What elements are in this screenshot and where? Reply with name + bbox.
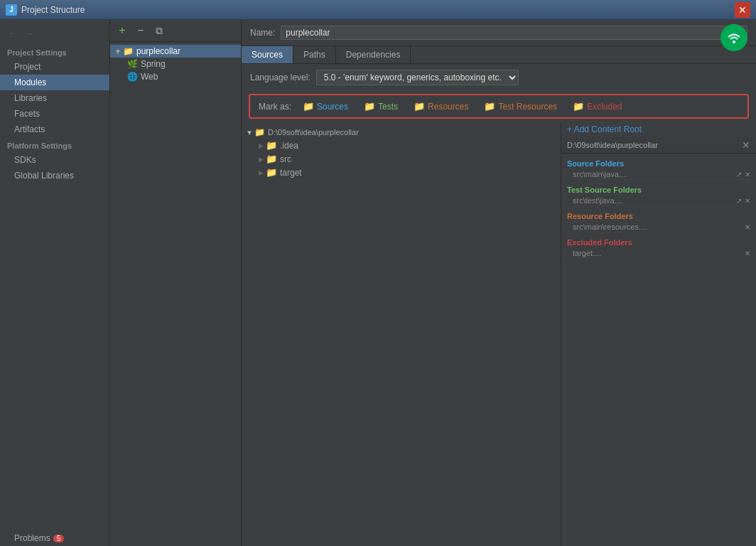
resources-folder-icon: 📁 xyxy=(414,101,425,112)
add-content-root-button[interactable]: + Add Content Root xyxy=(567,124,642,134)
forward-button[interactable]: → xyxy=(21,26,37,41)
language-level-label: Language level: xyxy=(250,73,310,82)
idea-folder-icon: 📁 xyxy=(266,140,277,151)
resource-folders-title: Resource Folders xyxy=(567,212,750,220)
source-folders-title: Source Folders xyxy=(567,159,750,168)
name-label: Name: xyxy=(250,28,275,38)
test-resources-folder-icon: 📁 xyxy=(484,101,495,112)
source-entry-actions: ↗ ✕ xyxy=(736,171,750,178)
src-folder-icon: 📁 xyxy=(266,154,277,164)
module-tree-area: + − ⧉ ▼ 📁 purplecollar 🌿 Spring 🌐 Web xyxy=(110,20,242,546)
spring-icon: 🌿 xyxy=(127,59,138,69)
test-source-folders-section: Test Source Folders src\test\java.... ↗ … xyxy=(561,183,756,209)
title-bar: J Project Structure ✕ xyxy=(0,0,756,20)
add-module-button[interactable]: + xyxy=(114,23,130,38)
mark-excluded-button[interactable]: 📁 Excluded xyxy=(568,100,626,113)
target-arrow: ▶ xyxy=(256,168,266,178)
content-root-close-button[interactable]: ✕ xyxy=(742,139,750,151)
excluded-folder-entry: target.... ✕ xyxy=(567,248,750,259)
close-button[interactable]: ✕ xyxy=(735,2,750,18)
content-split: ▼ 📁 D:\09soft\idea\purplecollar ▶ 📁 .ide… xyxy=(242,122,756,546)
sources-folder-icon: 📁 xyxy=(303,101,314,112)
test-navigate-button[interactable]: ↗ xyxy=(736,197,742,205)
excluded-folder-icon: 📁 xyxy=(573,101,584,112)
tree-arrow-purplecollar: ▼ xyxy=(113,46,123,56)
src-arrow: ▶ xyxy=(256,154,266,164)
sidebar-item-artifacts[interactable]: Artifacts xyxy=(0,122,109,137)
folder-tree-target[interactable]: ▶ 📁 target xyxy=(242,166,561,179)
right-panel: + Add Content Root D:\09soft\idea\purple… xyxy=(561,122,756,546)
content-root-path: D:\09soft\idea\purplecollar ✕ xyxy=(561,137,756,154)
module-tree: ▼ 📁 purplecollar 🌿 Spring 🌐 Web xyxy=(110,42,241,546)
resource-folders-section: Resource Folders src\main\resources.... … xyxy=(561,209,756,235)
folder-tree-idea[interactable]: ▶ 📁 .idea xyxy=(242,139,561,152)
test-source-folder-entry: src\test\java.... ↗ ✕ xyxy=(567,196,750,206)
problems-badge: 5 xyxy=(53,535,65,542)
language-level-select[interactable]: 5.0 - 'enum' keyword, generics, autoboxi… xyxy=(316,70,519,85)
content-root-path-text: D:\09soft\idea\purplecollar xyxy=(567,141,658,149)
source-folder-entry: src\main\java.... ↗ ✕ xyxy=(567,169,750,180)
sidebar-item-global-libraries[interactable]: Global Libraries xyxy=(0,168,109,183)
tab-paths[interactable]: Paths xyxy=(293,46,336,63)
folder-icon-purplecollar: 📁 xyxy=(123,46,134,56)
resource-remove-button[interactable]: ✕ xyxy=(745,223,750,231)
excluded-folders-section: Excluded Folders target.... ✕ xyxy=(561,235,756,262)
title-bar-left: J Project Structure xyxy=(6,4,85,16)
copy-module-button[interactable]: ⧉ xyxy=(151,23,167,38)
remove-module-button[interactable]: − xyxy=(133,23,148,38)
web-icon: 🌐 xyxy=(127,72,138,82)
sidebar-item-project[interactable]: Project xyxy=(0,59,109,75)
back-button[interactable]: ← xyxy=(4,26,20,41)
language-level-row: Language level: 5.0 - 'enum' keyword, ge… xyxy=(242,64,756,91)
tree-item-purplecollar[interactable]: ▼ 📁 purplecollar xyxy=(110,45,241,58)
sidebar-item-sdks[interactable]: SDKs xyxy=(0,152,109,168)
test-entry-actions: ↗ ✕ xyxy=(736,197,750,205)
excluded-remove-button[interactable]: ✕ xyxy=(745,250,750,257)
folder-tree: ▼ 📁 D:\09soft\idea\purplecollar ▶ 📁 .ide… xyxy=(242,122,561,546)
resource-folder-entry: src\main\resources.... ✕ xyxy=(567,222,750,232)
target-folder-icon: 📁 xyxy=(266,167,277,178)
root-arrow: ▼ xyxy=(244,127,254,137)
project-settings-label: Project Settings xyxy=(0,44,109,59)
main-layout: ← → Project Settings Project Modules Lib… xyxy=(0,20,756,546)
wifi-button[interactable] xyxy=(720,24,747,51)
mark-as-row: Mark as: 📁 Sources 📁 Tests 📁 Resources 📁… xyxy=(249,94,749,119)
right-panel-header: + Add Content Root xyxy=(561,122,756,137)
nav-arrows: ← → xyxy=(0,23,109,44)
tab-sources[interactable]: Sources xyxy=(242,46,293,63)
mark-tests-button[interactable]: 📁 Tests xyxy=(360,100,402,113)
source-remove-button[interactable]: ✕ xyxy=(745,171,750,178)
test-source-folders-title: Test Source Folders xyxy=(567,186,750,194)
tree-item-web[interactable]: 🌐 Web xyxy=(110,70,241,83)
source-folders-section: Source Folders src\main\java.... ↗ ✕ xyxy=(561,156,756,183)
root-folder-icon: 📁 xyxy=(254,127,265,137)
content-area: Name: Sources Paths Dependencies Languag… xyxy=(242,20,756,546)
mark-as-label: Mark as: xyxy=(259,102,291,112)
sidebar-item-problems[interactable]: Problems 5 xyxy=(0,530,109,546)
folder-tree-root[interactable]: ▼ 📁 D:\09soft\idea\purplecollar xyxy=(242,126,561,139)
test-remove-button[interactable]: ✕ xyxy=(745,197,750,205)
excluded-folders-title: Excluded Folders xyxy=(567,238,750,247)
name-input[interactable] xyxy=(281,26,747,40)
folder-tree-src[interactable]: ▶ 📁 src xyxy=(242,152,561,166)
resource-entry-actions: ✕ xyxy=(745,223,750,231)
name-row: Name: xyxy=(242,20,756,46)
mark-test-resources-button[interactable]: 📁 Test Resources xyxy=(480,100,561,113)
window-title: Project Structure xyxy=(21,5,85,15)
mark-sources-button[interactable]: 📁 Sources xyxy=(298,100,352,113)
sidebar-item-libraries[interactable]: Libraries xyxy=(0,90,109,106)
excluded-entry-actions: ✕ xyxy=(745,250,750,257)
svg-point-0 xyxy=(733,41,735,43)
source-navigate-button[interactable]: ↗ xyxy=(736,171,742,178)
platform-settings-label: Platform Settings xyxy=(0,137,109,152)
sidebar: ← → Project Settings Project Modules Lib… xyxy=(0,20,110,546)
app-icon: J xyxy=(6,4,17,16)
tab-dependencies[interactable]: Dependencies xyxy=(336,46,411,63)
sidebar-item-facets[interactable]: Facets xyxy=(0,106,109,122)
tree-item-spring[interactable]: 🌿 Spring xyxy=(110,58,241,70)
tests-folder-icon: 📁 xyxy=(364,101,375,112)
module-toolbar: + − ⧉ xyxy=(110,20,241,42)
sidebar-item-modules[interactable]: Modules xyxy=(0,75,109,90)
mark-resources-button[interactable]: 📁 Resources xyxy=(409,100,472,113)
wifi-icon xyxy=(726,30,742,46)
